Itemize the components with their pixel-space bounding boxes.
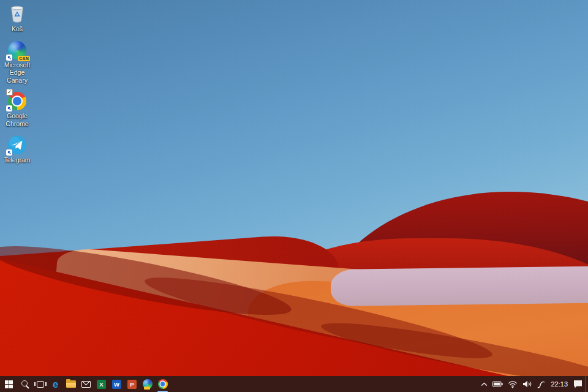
task-view-button[interactable]: [32, 376, 48, 392]
taskbar-app-excel[interactable]: X: [94, 376, 109, 392]
battery-icon: [492, 381, 503, 387]
desktop-icon-telegram[interactable]: Telegram: [0, 136, 34, 164]
wallpaper-pink-band: [331, 266, 588, 306]
edge-canary-icon: CAN: [8, 41, 26, 59]
desktop-icon-label: Koš: [12, 25, 23, 33]
desktop-icon-label: Microsoft Edge Canary: [0, 61, 34, 85]
mail-icon: [81, 381, 91, 388]
edge-e-icon: e: [53, 379, 58, 390]
excel-icon: X: [97, 380, 106, 389]
battery-button[interactable]: [490, 376, 505, 392]
shortcut-arrow-icon: [6, 55, 12, 61]
taskbar-app-file-explorer[interactable]: [63, 376, 78, 392]
task-view-icon: [37, 381, 44, 388]
shortcut-arrow-icon: [6, 149, 12, 156]
speaker-icon: [522, 380, 532, 388]
telegram-icon: [8, 136, 26, 154]
network-button[interactable]: [505, 376, 520, 392]
windows-ink-button[interactable]: [534, 376, 548, 392]
taskbar-app-google-chrome-active[interactable]: [155, 376, 170, 392]
file-explorer-icon: [66, 380, 76, 388]
show-desktop-strip[interactable]: [585, 376, 588, 392]
taskbar-app-edge-canary[interactable]: [140, 376, 155, 392]
pen-icon: [537, 380, 545, 388]
windows-logo-icon: [5, 380, 13, 388]
desktop-icon-google-chrome[interactable]: ✓ Google Chrome: [0, 92, 34, 127]
taskbar-app-word[interactable]: W: [109, 376, 124, 392]
desktop-icon-column: Koš CAN Microsoft Edge Canary ✓ Google C…: [0, 5, 34, 172]
desktop-icon-recycle-bin[interactable]: Koš: [0, 5, 34, 33]
taskbar-app-buttons: e X W P: [0, 376, 170, 392]
start-button[interactable]: [0, 376, 17, 392]
powerpoint-icon: P: [127, 380, 137, 389]
desktop[interactable]: Koš CAN Microsoft Edge Canary ✓ Google C…: [0, 0, 588, 392]
taskbar-app-powerpoint[interactable]: P: [124, 376, 140, 392]
edge-canary-icon: [143, 379, 153, 389]
system-tray: 22:13: [478, 376, 588, 392]
volume-button[interactable]: [520, 376, 534, 392]
taskbar: e X W P: [0, 376, 588, 392]
taskbar-app-microsoft-edge[interactable]: e: [48, 376, 63, 392]
show-hidden-icons-button[interactable]: [478, 376, 490, 392]
chevron-up-icon: [481, 382, 488, 386]
network-wifi-icon: [508, 380, 518, 388]
word-icon: W: [112, 380, 121, 389]
desktop-icon-edge-canary[interactable]: CAN Microsoft Edge Canary: [0, 41, 34, 85]
taskbar-app-mail[interactable]: [78, 376, 94, 392]
recycle-bin-icon: [8, 5, 26, 23]
action-center-icon: [573, 380, 582, 388]
google-chrome-icon: ✓: [8, 92, 26, 110]
shortcut-arrow-icon: [6, 105, 12, 111]
action-center-button[interactable]: [571, 376, 585, 392]
selection-checkbox[interactable]: ✓: [6, 89, 13, 96]
taskbar-clock[interactable]: 22:13: [548, 376, 571, 392]
search-icon: [20, 380, 29, 389]
canary-badge: CAN: [18, 56, 30, 61]
desktop-icon-label: Google Chrome: [0, 112, 34, 127]
desktop-icon-label: Telegram: [4, 156, 30, 164]
chrome-icon: [158, 379, 168, 389]
search-button[interactable]: [17, 376, 32, 392]
